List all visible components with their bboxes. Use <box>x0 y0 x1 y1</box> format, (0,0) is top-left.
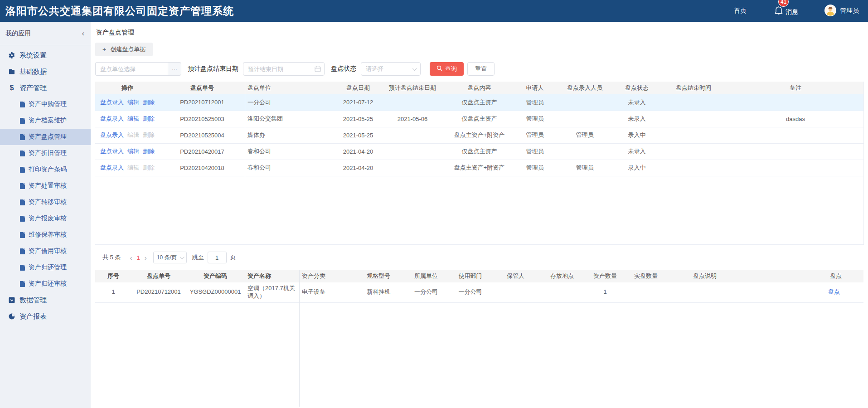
detail-cell: 一分公司 <box>449 282 492 302</box>
inventory-row[interactable]: 盘点录入编辑删除PD20210525003洛阳公交集团2021-05-25202… <box>95 111 863 127</box>
sidebar-item-asset-management[interactable]: $资产管理 <box>0 80 91 96</box>
page-size-select[interactable]: 10 条/页 <box>153 252 187 263</box>
inventory-column-header: 预计盘点结束日期 <box>381 82 444 94</box>
sidebar-item-label: 资产归还管理 <box>29 263 67 272</box>
sidebar-title: 我的应用 <box>5 29 31 38</box>
inventory-cell: 盘点主资产+附资产 <box>444 127 514 143</box>
edit-link[interactable]: 编辑 <box>127 148 139 155</box>
inventory-row[interactable]: 盘点录入编辑删除PD20210712001一分公司2021-07-12仅盘点主资… <box>95 94 863 111</box>
inventory-cell <box>555 111 614 127</box>
inventory-cell: 录入中 <box>614 160 659 176</box>
unit-picker-button[interactable]: ··· <box>168 62 181 76</box>
sidebar-item-asset-return-audit[interactable]: 资产归还审核 <box>0 276 91 292</box>
chevron-down-icon <box>412 66 417 71</box>
sidebar-item-asset-borrow-audit[interactable]: 资产借用审核 <box>0 243 91 259</box>
inventory-cell: 管理员 <box>514 94 555 111</box>
sidebar-item-label: 资产折旧管理 <box>29 149 67 157</box>
chevron-down-icon <box>180 255 184 259</box>
inventory-status-select[interactable]: 请选择 <box>361 62 421 76</box>
reset-button[interactable]: 重置 <box>467 62 495 76</box>
user-menu[interactable]: 管理员 <box>824 5 859 18</box>
inventory-row[interactable]: 盘点录入编辑删除PD20210525004媒体办2021-05-25盘点主资产+… <box>95 127 863 143</box>
edit-link[interactable]: 编辑 <box>127 99 139 106</box>
sidebar-item-label: 资产处置审核 <box>29 182 67 190</box>
sidebar-item-asset-inventory[interactable]: 资产盘点管理 <box>0 129 91 145</box>
jump-page-input[interactable] <box>208 252 227 263</box>
inventory-entry-link[interactable]: 盘点录入 <box>100 115 124 122</box>
edit-link[interactable]: 编辑 <box>127 115 139 122</box>
sidebar-item-basic-data[interactable]: 基础数据 <box>0 63 91 80</box>
detail-column-header: 序号 <box>95 270 131 282</box>
sidebar-item-asset-report[interactable]: 资产报表 <box>0 308 91 325</box>
file-icon <box>20 102 25 107</box>
inventory-column-header: 盘点结束时间 <box>659 82 727 94</box>
detail-cell: 1 <box>95 282 131 302</box>
collapse-sidebar-icon[interactable]: ‹ <box>82 29 84 38</box>
inventory-entry-link[interactable]: 盘点录入 <box>100 99 124 106</box>
sidebar-item-data-management[interactable]: 数据管理 <box>0 292 91 308</box>
avatar[interactable] <box>824 5 836 18</box>
sidebar-item-label: 资产报废审核 <box>29 214 67 223</box>
detail-column-header: 所属单位 <box>403 270 449 282</box>
sidebar-item-asset-depreciation[interactable]: 资产折旧管理 <box>0 145 91 161</box>
sidebar-item-asset-archive[interactable]: 资产档案维护 <box>0 112 91 129</box>
sidebar-item-asset-disposal-audit[interactable]: 资产处置审核 <box>0 178 91 194</box>
page-title: 资产盘点管理 <box>95 22 864 43</box>
sidebar-item-system-settings[interactable]: 系统设置 <box>0 47 91 63</box>
sidebar-item-maintenance-audit[interactable]: 维修保养审核 <box>0 227 91 243</box>
detail-cell: 电子设备 <box>299 282 354 302</box>
pagination-total: 共 5 条 <box>102 253 121 262</box>
query-button[interactable]: 查询 <box>430 62 464 76</box>
bell-icon[interactable] <box>775 6 783 16</box>
inventory-column-header: 盘点内容 <box>444 82 514 94</box>
sidebar-item-asset-purchase[interactable]: 资产申购管理 <box>0 96 91 112</box>
expected-end-date-input[interactable] <box>243 62 325 76</box>
create-inventory-button[interactable]: + 创建盘点单据 <box>95 43 153 56</box>
pagination-next-button[interactable]: › <box>145 254 147 262</box>
nav-messages-link[interactable]: 消息 <box>786 8 798 16</box>
pagination-page-1[interactable]: 1 <box>136 254 140 261</box>
detail-column-header: 实盘数量 <box>626 270 666 282</box>
row-actions: 盘点录入编辑删除 <box>95 143 160 160</box>
pie-chart-icon <box>8 313 15 320</box>
sidebar-item-asset-transfer-audit[interactable]: 资产转移审核 <box>0 194 91 210</box>
detail-cell: 新科挂机 <box>354 282 403 302</box>
inventory-unit-input[interactable] <box>95 62 168 76</box>
inventory-entry-link[interactable]: 盘点录入 <box>100 164 124 171</box>
inventory-row[interactable]: 盘点录入编辑删除PD20210420018春和公司2021-04-20盘点主资产… <box>95 160 863 176</box>
gear-icon <box>8 52 15 59</box>
folder-icon <box>8 68 15 75</box>
delete-link[interactable]: 删除 <box>143 115 155 122</box>
file-icon <box>20 216 25 222</box>
inventory-column-header: 盘点单位 <box>245 82 335 94</box>
inventory-cell <box>659 111 727 127</box>
data-box-icon <box>8 296 15 304</box>
inventory-detail-region: 序号盘点单号资产编码资产名称资产分类规格型号所属单位使用部门保管人存放地点资产数… <box>95 270 864 401</box>
delete-link[interactable]: 删除 <box>143 99 155 106</box>
user-name[interactable]: 管理员 <box>840 7 859 15</box>
inventory-entry-link[interactable]: 盘点录入 <box>100 148 124 155</box>
inventory-cell <box>555 143 614 160</box>
inventory-cell: 管理员 <box>555 127 614 143</box>
inventory-cell: 仅盘点主资产 <box>444 143 514 160</box>
inventory-column-header: 盘点录入人员 <box>555 82 614 94</box>
detail-action-cell: 盘点 <box>743 282 863 302</box>
inventory-cell <box>381 94 444 111</box>
pagination-prev-button[interactable]: ‹ <box>130 254 132 262</box>
detail-row[interactable]: 1PD20210712001YGSGDZ00000001空调（2017.7机关调… <box>95 282 863 302</box>
inventory-cell: 洛阳公交集团 <box>245 111 335 127</box>
inventory-cell: 未录入 <box>614 111 659 127</box>
sidebar-item-asset-scrap-audit[interactable]: 资产报废审核 <box>0 210 91 227</box>
inventory-entry-link[interactable]: 盘点录入 <box>100 131 124 138</box>
nav-home-link[interactable]: 首页 <box>734 7 747 15</box>
inventory-column-header: 盘点状态 <box>614 82 659 94</box>
inventory-cell <box>659 127 727 143</box>
inventory-cell: 2021-07-12 <box>335 94 381 111</box>
delete-link[interactable]: 删除 <box>143 148 155 155</box>
sidebar-item-asset-return-management[interactable]: 资产归还管理 <box>0 259 91 276</box>
count-link[interactable]: 盘点 <box>828 288 840 295</box>
row-actions: 盘点录入编辑删除 <box>95 160 160 176</box>
inventory-cell <box>727 160 863 176</box>
sidebar-item-print-asset-barcode[interactable]: 打印资产条码 <box>0 161 91 178</box>
inventory-row[interactable]: 盘点录入编辑删除PD20210420017春和公司2021-04-20仅盘点主资… <box>95 143 863 160</box>
